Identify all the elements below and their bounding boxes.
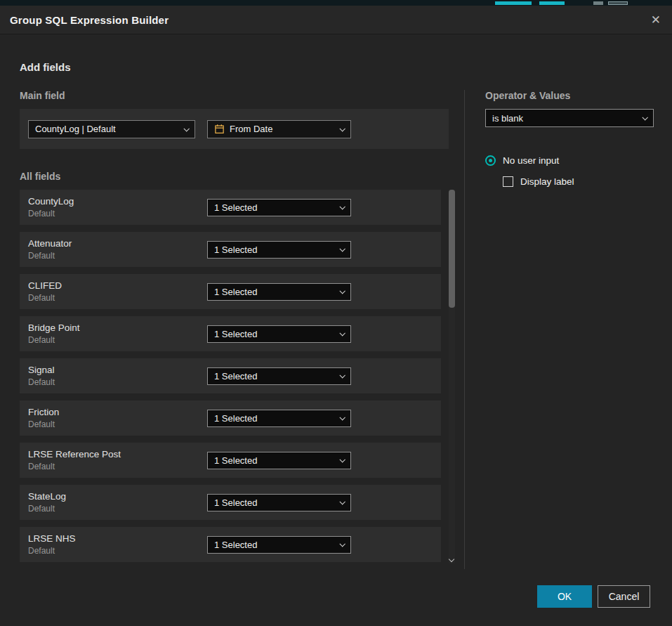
scrollbar[interactable] (449, 190, 455, 563)
chevron-down-icon (339, 330, 345, 336)
field-info: StateLog Default (20, 491, 66, 514)
cancel-button[interactable]: Cancel (598, 585, 650, 608)
dialog-header: Group SQL Expression Builder ✕ (0, 6, 672, 34)
radio-dot (489, 159, 492, 162)
selected-count: 1 Selected (214, 540, 257, 550)
background-fragment (539, 1, 565, 5)
selected-count: 1 Selected (214, 371, 257, 382)
field-selected-dropdown[interactable]: 1 Selected (207, 241, 351, 259)
main-field-layer-value: CountyLog | Default (35, 124, 116, 134)
chevron-down-icon (183, 126, 189, 131)
field-name: CLIFED (28, 280, 62, 291)
field-info: LRSE Reference Post Default (20, 449, 121, 471)
field-name: Attenuator (28, 238, 72, 249)
all-fields-list: CountyLog Default 1 Selected Attenuator … (20, 190, 455, 562)
field-source: Default (28, 251, 72, 261)
field-info: CountyLog Default (20, 196, 74, 219)
main-field-field-value: From Date (230, 124, 272, 134)
main-field-panel: CountyLog | Default From Date (20, 109, 449, 149)
chevron-down-icon (339, 457, 345, 462)
chevron-down-icon (339, 204, 345, 209)
field-source: Default (28, 335, 80, 345)
background-fragment (495, 1, 532, 5)
chevron-down-icon (339, 499, 345, 504)
field-source: Default (28, 546, 76, 556)
operator-value: is blank (492, 113, 523, 124)
field-row: LRSE Reference Post Default 1 Selected (20, 443, 441, 478)
section-title: Add fields (20, 61, 651, 73)
operator-select[interactable]: is blank (485, 109, 654, 127)
selected-count: 1 Selected (214, 497, 257, 508)
selected-count: 1 Selected (214, 329, 257, 339)
field-source: Default (28, 504, 66, 514)
field-name: Bridge Point (28, 322, 80, 333)
ok-button[interactable]: OK (537, 585, 592, 608)
selected-count: 1 Selected (214, 202, 257, 213)
selected-count: 1 Selected (214, 455, 257, 466)
dialog-title: Group SQL Expression Builder (10, 14, 169, 26)
field-selected-dropdown[interactable]: 1 Selected (207, 452, 351, 469)
dialog-footer: OK Cancel (537, 585, 650, 608)
field-row: Attenuator Default 1 Selected (20, 232, 441, 267)
selected-count: 1 Selected (214, 413, 257, 424)
display-label-text: Display label (520, 176, 574, 187)
builder-columns: Main field CountyLog | Default Fro (20, 90, 651, 569)
selected-count: 1 Selected (214, 287, 257, 297)
field-row: Signal Default 1 Selected (20, 358, 441, 393)
chevron-down-icon (642, 115, 647, 120)
field-selected-dropdown[interactable]: 1 Selected (207, 283, 351, 301)
field-row: Bridge Point Default 1 Selected (20, 316, 441, 351)
main-field-field-select[interactable]: From Date (207, 120, 351, 138)
dialog-body: Add fields Main field CountyLog | Defaul… (0, 34, 672, 626)
selected-count: 1 Selected (214, 244, 257, 255)
field-selected-dropdown[interactable]: 1 Selected (207, 325, 351, 343)
group-sql-expression-builder-dialog: Group SQL Expression Builder ✕ Add field… (0, 6, 672, 626)
field-name: StateLog (28, 491, 66, 502)
field-row: LRSE NHS Default 1 Selected (20, 527, 441, 562)
all-fields-label: All fields (20, 171, 464, 182)
field-name: CountyLog (28, 196, 74, 207)
field-selected-dropdown[interactable]: 1 Selected (207, 494, 351, 511)
chevron-down-icon (339, 415, 345, 420)
checkbox-unchecked-icon[interactable] (503, 176, 513, 187)
field-row: StateLog Default 1 Selected (20, 485, 441, 520)
field-row: CountyLog Default 1 Selected (20, 190, 441, 225)
chevron-down-icon (339, 372, 345, 378)
calendar-icon (214, 124, 225, 134)
field-row: Friction Default 1 Selected (20, 400, 441, 436)
background-app-strip (0, 0, 672, 6)
field-selected-dropdown[interactable]: 1 Selected (207, 410, 351, 427)
field-name: Signal (28, 365, 55, 375)
field-info: Signal Default (20, 365, 55, 387)
field-selected-dropdown[interactable]: 1 Selected (207, 536, 351, 554)
field-source: Default (28, 377, 55, 387)
field-info: Friction Default (20, 407, 59, 429)
chevron-down-icon (339, 246, 345, 252)
field-source: Default (28, 462, 121, 471)
close-icon[interactable]: ✕ (651, 14, 661, 26)
scrollbar-thumb[interactable] (449, 190, 455, 308)
field-selected-dropdown[interactable]: 1 Selected (207, 199, 351, 216)
field-selected-dropdown[interactable]: 1 Selected (207, 367, 351, 385)
main-field-layer-select[interactable]: CountyLog | Default (28, 120, 195, 138)
field-name: LRSE NHS (28, 533, 76, 544)
no-user-input-label: No user input (503, 155, 559, 166)
field-row: CLIFED Default 1 Selected (20, 274, 441, 309)
no-user-input-radio[interactable]: No user input (485, 155, 654, 166)
operator-values-column: Operator & Values is blank No user input… (464, 90, 654, 569)
background-fragment (608, 1, 628, 5)
field-name: Friction (28, 407, 59, 417)
field-name: LRSE Reference Post (28, 449, 121, 459)
main-field-label: Main field (20, 90, 464, 101)
background-fragment (593, 1, 603, 5)
scroll-down-icon[interactable] (449, 556, 454, 562)
field-info: LRSE NHS Default (20, 533, 76, 556)
display-label-checkbox-row[interactable]: Display label (503, 176, 654, 187)
field-info: Attenuator Default (20, 238, 72, 261)
field-info: Bridge Point Default (20, 322, 80, 345)
field-info: CLIFED Default (20, 280, 62, 303)
chevron-down-icon (339, 541, 345, 547)
field-source: Default (28, 419, 59, 429)
field-source: Default (28, 209, 74, 219)
fields-column: Main field CountyLog | Default Fro (20, 90, 464, 569)
